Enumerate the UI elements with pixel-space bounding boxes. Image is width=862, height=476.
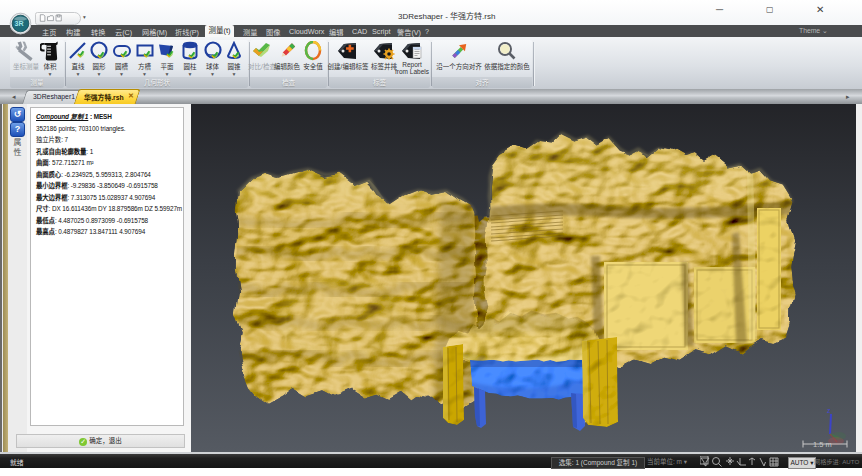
svg-text:3R: 3R [15,20,24,28]
svg-text:z: z [827,407,831,414]
svg-text:1.5 m: 1.5 m [813,440,832,449]
